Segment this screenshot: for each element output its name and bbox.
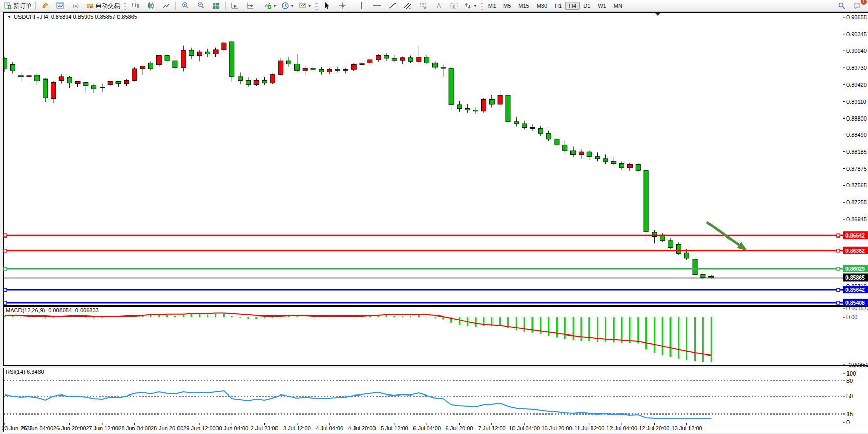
- svg-text:11 Jul 12:00: 11 Jul 12:00: [574, 425, 604, 431]
- svg-text:0.88185: 0.88185: [846, 149, 867, 155]
- svg-text:3 Jul 12:00: 3 Jul 12:00: [283, 425, 311, 431]
- svg-text:7 Jul 12:00: 7 Jul 12:00: [478, 425, 506, 431]
- svg-text:30 Jun 04:00: 30 Jun 04:00: [215, 425, 248, 431]
- rsi-name: RSI(14): [6, 369, 25, 375]
- macd-values: -0.008054 -0.006833: [46, 307, 98, 313]
- macd-name: MACD(12,26,9): [6, 307, 45, 313]
- svg-text:0.85865: 0.85865: [845, 274, 865, 281]
- svg-text:10 Jul 20:00: 10 Jul 20:00: [541, 425, 572, 431]
- rsi-indicator-label: RSI(14) 6.3460: [6, 369, 44, 375]
- svg-text:6 Jul 20:00: 6 Jul 20:00: [446, 425, 474, 431]
- macd-indicator-label: MACD(12,26,9) -0.008054 -0.006833: [6, 307, 99, 313]
- svg-text:0.89730: 0.89730: [846, 65, 867, 71]
- svg-text:28 Jun 04:00: 28 Jun 04:00: [118, 425, 151, 431]
- svg-text:0.85642: 0.85642: [845, 287, 865, 293]
- svg-text:0.87565: 0.87565: [846, 182, 867, 188]
- trend-arrow-annotation: [707, 222, 739, 245]
- svg-text:28 Jun 20:00: 28 Jun 20:00: [151, 425, 184, 431]
- svg-text:0.86642: 0.86642: [845, 232, 865, 239]
- chart-shift-marker: [655, 13, 661, 16]
- svg-text:5 Jul 12:00: 5 Jul 12:00: [381, 425, 408, 431]
- svg-text:50: 50: [846, 393, 853, 399]
- collapse-triangle-icon[interactable]: ▼: [7, 15, 11, 19]
- svg-text:12 Jul 20:00: 12 Jul 20:00: [639, 425, 669, 431]
- svg-text:27 Jun 12:00: 27 Jun 12:00: [86, 425, 119, 431]
- rsi-value: 6.3460: [27, 369, 44, 375]
- svg-text:0.90040: 0.90040: [846, 48, 867, 54]
- svg-text:4 Jul 04:00: 4 Jul 04:00: [315, 425, 343, 431]
- symbol-timeframe: USDCHF-,H4: [14, 14, 48, 20]
- svg-text:26 Jun 04:00: 26 Jun 04:00: [21, 425, 54, 431]
- svg-text:13 Jul 12:00: 13 Jul 12:00: [672, 425, 702, 431]
- svg-text:29 Jun 12:00: 29 Jun 12:00: [183, 425, 216, 431]
- svg-text:10 Jul 04:00: 10 Jul 04:00: [509, 425, 540, 431]
- svg-text:0.88490: 0.88490: [846, 132, 867, 138]
- svg-text:0.89110: 0.89110: [846, 98, 866, 105]
- svg-text:100: 100: [846, 370, 856, 377]
- svg-text:0.90655: 0.90655: [846, 14, 867, 21]
- svg-text:0.88800: 0.88800: [846, 115, 867, 122]
- chart-title: ▼USDCHF-,H4 0.85894 0.85905 0.85857 0.85…: [7, 14, 137, 20]
- svg-text:0.86362: 0.86362: [845, 248, 865, 254]
- ohlc-quote: 0.85894 0.85905 0.85857 0.85865: [51, 14, 137, 20]
- svg-text:0.86945: 0.86945: [846, 216, 867, 222]
- svg-text:80: 80: [846, 378, 853, 384]
- svg-text:2 Jul 23:00: 2 Jul 23:00: [251, 425, 279, 431]
- mt4-window: 新订单 自动交易: [0, 0, 868, 434]
- svg-text:4 Jul 20:00: 4 Jul 20:00: [348, 425, 376, 431]
- chart-canvas[interactable]: 0.906550.903450.900400.897300.894200.891…: [0, 0, 868, 434]
- svg-text:-0.008513: -0.008513: [846, 362, 868, 368]
- svg-text:0.90345: 0.90345: [846, 31, 867, 37]
- svg-text:0.87875: 0.87875: [846, 166, 867, 172]
- svg-text:6 Jul 04:00: 6 Jul 04:00: [413, 425, 441, 431]
- svg-text:12 Jul 04:00: 12 Jul 04:00: [606, 425, 637, 431]
- svg-text:15: 15: [846, 411, 853, 417]
- svg-text:0: 0: [846, 419, 850, 425]
- svg-text:0.86029: 0.86029: [845, 266, 865, 272]
- svg-text:0.89420: 0.89420: [846, 82, 867, 88]
- svg-text:0.00: 0.00: [846, 314, 857, 320]
- svg-text:26 Jun 20:00: 26 Jun 20:00: [53, 425, 86, 431]
- svg-text:0.87255: 0.87255: [846, 199, 867, 205]
- svg-text:0.001573: 0.001573: [846, 305, 868, 311]
